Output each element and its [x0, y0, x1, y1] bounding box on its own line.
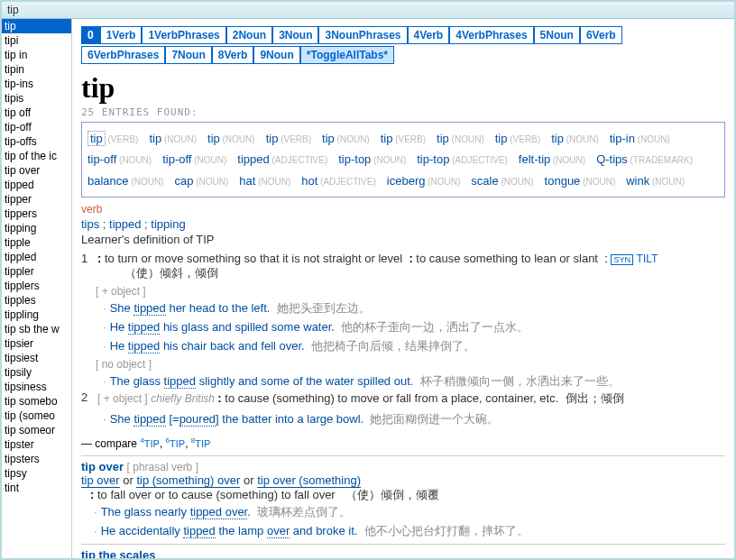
cloud-entry[interactable]: tipped (ADJECTIVE) — [237, 149, 327, 170]
example: ·The glass tipped slightly and some of t… — [103, 372, 725, 391]
cloud-entry[interactable]: tip (NOUN) — [551, 128, 599, 149]
sidebar-item[interactable]: tipsiest — [2, 351, 71, 365]
tab[interactable]: 4VerbPhrases — [449, 26, 533, 44]
cloud-entry[interactable]: tip (VERB) — [381, 128, 426, 149]
cloud-entry[interactable]: felt-tip (NOUN) — [519, 149, 585, 170]
sense-number: 2 — [81, 390, 97, 407]
sidebar-item[interactable]: tip in — [2, 48, 71, 62]
cloud-entry[interactable]: hot (ADJECTIVE) — [301, 170, 376, 191]
cloud-entry[interactable]: tongue (NOUN) — [545, 170, 616, 191]
sidebar-item[interactable]: tipsy — [2, 466, 71, 481]
tab[interactable]: 3Noun — [272, 26, 318, 44]
tab-row-2: 6VerbPhrases7Noun8Verb9Noun*ToggleAllTab… — [81, 46, 725, 66]
example: ·He accidentally tipped the lamp over an… — [94, 522, 725, 541]
titlebar: tip — [2, 2, 734, 19]
sidebar-item[interactable]: tippler — [2, 264, 71, 279]
cloud-entry[interactable]: cap (NOUN) — [174, 170, 228, 191]
sidebar-item[interactable]: tip-ins — [2, 77, 71, 91]
definition-text: to cause (something) to move or fall fro… — [225, 391, 558, 405]
cloud-entry[interactable]: tip-top (NOUN) — [338, 149, 406, 170]
synonym-badge: SYN — [611, 254, 633, 265]
sidebar-item[interactable]: tint — [2, 481, 71, 495]
grammar-label: [ no object ] — [96, 358, 725, 371]
sidebar-item[interactable]: tipi — [2, 33, 71, 48]
part-of-speech: verb — [81, 203, 725, 216]
cloud-entry[interactable]: scale (NOUN) — [471, 170, 533, 191]
tab[interactable]: 6Verb — [580, 26, 622, 44]
sidebar-item[interactable]: tipped — [2, 178, 71, 192]
sidebar-item[interactable]: tipples — [2, 293, 71, 308]
tab[interactable]: 1VerbPhrases — [142, 26, 225, 44]
compare-link[interactable]: 6TIP — [166, 438, 186, 449]
tab[interactable]: 2Noun — [226, 26, 272, 44]
tab[interactable]: 6VerbPhrases — [81, 46, 165, 64]
sidebar-item[interactable]: tip over — [2, 163, 71, 178]
phrasal-verb-block: tip over [ phrasal verb ] tip over or ti… — [81, 460, 725, 541]
synonym-link[interactable]: TILT — [637, 252, 658, 265]
tab[interactable]: *ToggleAllTabs* — [300, 46, 394, 64]
sidebar-item[interactable]: tip somebo — [2, 394, 71, 409]
sidebar-item[interactable]: tip of the ic — [2, 149, 71, 163]
sidebar-item[interactable]: tip — [2, 19, 71, 33]
phrasal-forms: tip over or tip (something) over or tip … — [81, 473, 725, 487]
compare-link[interactable]: 4TIP — [140, 438, 160, 449]
sidebar-item[interactable]: tipsiness — [2, 380, 71, 394]
tab[interactable]: 7Noun — [165, 46, 211, 64]
sidebar-item[interactable]: tipin — [2, 62, 71, 77]
cloud-entry[interactable]: tip-off (NOUN) — [162, 149, 226, 170]
tab[interactable]: 1Verb — [100, 26, 143, 44]
cloud-entry[interactable]: tip (NOUN) — [207, 128, 255, 149]
definition-text: to turn or move something so that it is … — [105, 252, 402, 265]
entry-content[interactable]: 01Verb1VerbPhrases2Noun3Noun3NounPhrases… — [72, 19, 734, 558]
cloud-entry[interactable]: hat (NOUN) — [239, 170, 290, 191]
tab[interactable]: 0 — [81, 26, 100, 44]
cloud-entry[interactable]: tip-top (ADJECTIVE) — [417, 149, 508, 170]
sidebar-item[interactable]: tipis — [2, 91, 71, 106]
example: ·He tipped his glass and spilled some wa… — [103, 318, 725, 337]
sidebar-item[interactable]: tipster — [2, 437, 71, 452]
grammar-label: [ + object ] — [97, 392, 148, 405]
inflected-forms: tips ; tipped ; tipping — [81, 217, 725, 231]
sidebar-item[interactable]: tip someor — [2, 423, 71, 437]
sidebar-item[interactable]: tippers — [2, 207, 71, 221]
sidebar-item[interactable]: tip (someo — [2, 409, 71, 423]
sidebar-item[interactable]: tip off — [2, 106, 71, 120]
sense-2: 2 [ + object ] chiefly British : to caus… — [81, 390, 725, 407]
cloud-entry[interactable]: tip (VERB) — [266, 128, 311, 149]
sidebar-item[interactable]: tippled — [2, 250, 71, 264]
tab[interactable]: 5Noun — [534, 26, 580, 44]
cloud-entry[interactable]: wink (NOUN) — [626, 170, 685, 191]
sidebar-item[interactable]: tipsier — [2, 336, 71, 351]
sidebar-item[interactable]: tipple — [2, 235, 71, 250]
cloud-entry[interactable]: tip (NOUN) — [149, 128, 197, 149]
cloud-entry[interactable]: balance (NOUN) — [87, 170, 163, 191]
sidebar-item[interactable]: tipsters — [2, 452, 71, 466]
cloud-entry[interactable]: tip (VERB) — [495, 128, 540, 149]
sidebar-item[interactable]: tip-offs — [2, 134, 71, 149]
tab[interactable]: 4Verb — [408, 26, 450, 44]
cloud-entry[interactable]: tip-in (NOUN) — [610, 128, 670, 149]
translation: （使）倾倒，倾覆 — [345, 488, 439, 501]
tab[interactable]: 9Noun — [253, 46, 299, 64]
sidebar-item[interactable]: tip-off — [2, 120, 71, 134]
sense-1: 1 : to turn or move something so that it… — [81, 252, 725, 281]
translation: 倒出；倾倒 — [566, 391, 624, 405]
sidebar-item[interactable]: tipsily — [2, 365, 71, 380]
sidebar-item[interactable]: tipper — [2, 192, 71, 207]
sidebar-item[interactable]: tipping — [2, 221, 71, 235]
compare-link[interactable]: 8TIP — [191, 438, 211, 449]
cloud-entry[interactable]: tip (VERB) — [87, 128, 138, 149]
definition-text: to cause something to lean or slant — [416, 252, 598, 265]
tab[interactable]: 3NounPhrases — [318, 26, 407, 44]
cloud-entry[interactable]: iceberg (NOUN) — [387, 170, 461, 191]
app-window: tip tiptipitip intipintip-instipistip of… — [2, 2, 734, 558]
cloud-entry[interactable]: Q-tips (TRADEMARK) — [596, 149, 693, 170]
sidebar-item[interactable]: tippling — [2, 308, 71, 322]
tab[interactable]: 8Verb — [212, 46, 254, 64]
word-list-sidebar[interactable]: tiptipitip intipintip-instipistip offtip… — [2, 19, 72, 558]
cloud-entry[interactable]: tip (NOUN) — [322, 128, 370, 149]
cloud-entry[interactable]: tip-off (NOUN) — [87, 149, 152, 170]
sidebar-item[interactable]: tipplers — [2, 279, 71, 293]
cloud-entry[interactable]: tip (NOUN) — [437, 128, 484, 149]
sidebar-item[interactable]: tip sb the w — [2, 322, 71, 336]
